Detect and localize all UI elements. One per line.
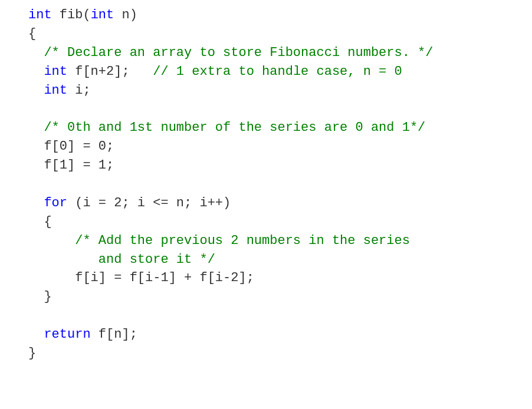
keyword-int: int bbox=[91, 8, 114, 22]
brace-close: } bbox=[28, 346, 36, 361]
text: n) bbox=[114, 8, 137, 22]
text: fib( bbox=[52, 8, 91, 22]
text bbox=[28, 196, 44, 210]
keyword-for: for bbox=[44, 196, 67, 210]
text: f[n+2]; bbox=[67, 64, 153, 79]
text bbox=[28, 64, 44, 79]
keyword-int: int bbox=[28, 8, 52, 22]
comment: // 1 extra to handle case, n = 0 bbox=[153, 64, 402, 79]
blank-line bbox=[28, 177, 36, 192]
text: f[n]; bbox=[91, 327, 137, 342]
text: f[0] = 0; bbox=[28, 139, 114, 154]
text: f[1] = 1; bbox=[28, 158, 114, 173]
text bbox=[28, 327, 44, 342]
code-snippet: int fib(int n) { /* Declare an array to … bbox=[0, 0, 532, 369]
comment: /* Add the previous 2 numbers in the ser… bbox=[28, 233, 410, 248]
blank-line bbox=[28, 101, 36, 116]
text: f[i] = f[i-1] + f[i-2]; bbox=[28, 271, 254, 285]
comment: /* Declare an array to store Fibonacci n… bbox=[28, 45, 434, 60]
keyword-return: return bbox=[44, 327, 90, 342]
comment: /* 0th and 1st number of the series are … bbox=[28, 120, 425, 135]
blank-line bbox=[28, 308, 36, 323]
text bbox=[28, 83, 44, 98]
brace-open: { bbox=[28, 215, 52, 229]
text: (i = 2; i <= n; i++) bbox=[67, 196, 231, 210]
keyword-int: int bbox=[44, 64, 67, 79]
brace-close: } bbox=[28, 289, 52, 304]
text: i; bbox=[67, 83, 91, 98]
keyword-int: int bbox=[44, 83, 67, 98]
comment: and store it */ bbox=[28, 252, 215, 267]
brace-open: { bbox=[28, 27, 36, 41]
